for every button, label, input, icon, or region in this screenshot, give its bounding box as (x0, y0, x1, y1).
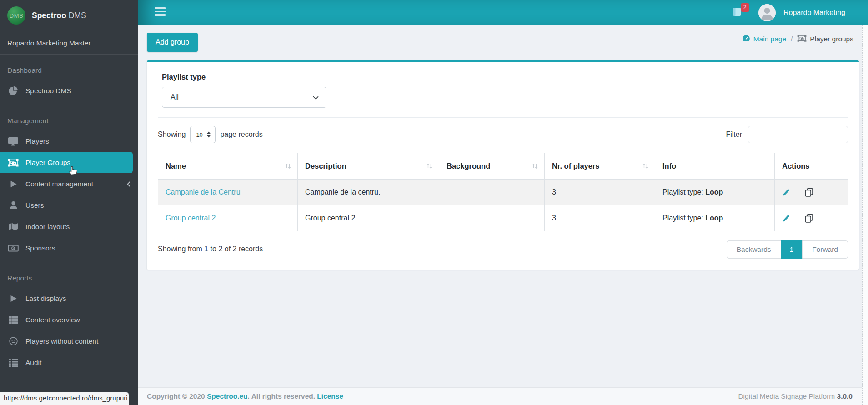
sidebar-item-label: Content management (25, 180, 93, 188)
player-groups-card: Playlist type All Showing 10 page record… (147, 60, 859, 270)
sidebar-item-label: Content overview (25, 316, 80, 324)
sort-icon (642, 163, 649, 171)
sidebar-item-label: Users (25, 201, 44, 210)
clone-icon[interactable] (804, 188, 813, 197)
column-header-nr-of-players[interactable]: Nr. of players (545, 153, 655, 180)
table-header-row: Name Description Background Nr. of playe… (158, 153, 848, 180)
object-group-icon (797, 34, 807, 44)
showing-label: Showing (158, 130, 186, 139)
brand-title-bold: Spectroo (32, 11, 66, 20)
pagination-forward-button[interactable]: Forward (802, 240, 848, 259)
add-group-button[interactable]: Add group (147, 33, 198, 52)
sidebar-item-label: Players without content (25, 337, 98, 345)
workspace-name: Ropardo Marketing Master (0, 31, 138, 55)
scrollbar-track[interactable] (862, 25, 868, 405)
breadcrumb: Main page / Player groups (742, 34, 853, 44)
page-size-value: 10 (196, 131, 202, 138)
group-name-link[interactable]: Group central 2 (166, 214, 216, 222)
column-header-actions: Actions (775, 153, 848, 180)
sidebar-item-player-groups[interactable]: Player Groups (0, 152, 133, 173)
license-link[interactable]: License (317, 392, 343, 400)
money-icon (7, 244, 19, 253)
page-records-label: page records (220, 130, 262, 139)
sidebar-menu: Dashboard Spectroo DMS Management Player… (0, 55, 138, 373)
playlist-type-value: All (171, 93, 179, 101)
column-header-info: Info (655, 153, 775, 180)
brand-logo-icon: DMS (7, 6, 25, 25)
footer-copyright: Copyright © 2020 Spectroo.eu. All rights… (147, 392, 343, 400)
list-icon (7, 358, 19, 367)
edit-pencil-icon[interactable] (782, 188, 790, 196)
playlist-type-label: Playlist type (162, 73, 206, 81)
playlist-type-select[interactable]: All (162, 87, 326, 108)
page-size-select[interactable]: 10 (190, 126, 216, 143)
sort-icon (532, 163, 538, 171)
group-info: Playlist type: Loop (655, 205, 775, 231)
brand-title: Spectroo DMS (32, 11, 86, 20)
page-size-control: Showing 10 page records (158, 125, 263, 144)
notification-badge: 2 (741, 3, 749, 12)
sidebar-item-indoor-layouts[interactable]: Indoor layouts (0, 216, 138, 237)
filter-control: Filter (726, 125, 848, 144)
sidebar-item-players[interactable]: Players (0, 130, 138, 152)
group-name-link[interactable]: Campanie de la Centru (166, 188, 241, 196)
sidebar-item-content-overview[interactable]: Content overview (0, 309, 138, 330)
avatar[interactable] (758, 4, 776, 21)
group-background (439, 180, 545, 205)
clone-icon[interactable] (804, 214, 813, 223)
notifications-icon[interactable]: 2 (732, 6, 743, 19)
breadcrumb-main-page-link[interactable]: Main page (742, 35, 786, 44)
play-icon (7, 294, 19, 303)
spectroo-eu-link[interactable]: Spectroo.eu (207, 392, 248, 400)
spinner-icon (206, 131, 211, 138)
group-info: Playlist type: Loop (655, 180, 775, 205)
pagination-page-1-button[interactable]: 1 (781, 240, 803, 259)
divider (158, 117, 848, 118)
edit-pencil-icon[interactable] (782, 214, 790, 222)
group-player-count: 3 (545, 180, 655, 205)
sidebar-item-sponsors[interactable]: Sponsors (0, 237, 138, 259)
map-icon (7, 222, 19, 231)
sidebar-item-users[interactable]: Users (0, 195, 138, 216)
grid-icon (7, 315, 19, 325)
sidebar-item-label: Indoor layouts (25, 223, 70, 231)
sidebar-item-label: Spectroo DMS (25, 87, 71, 95)
breadcrumb-separator: / (790, 35, 793, 43)
sidebar: DMS Spectroo DMS Ropardo Marketing Maste… (0, 0, 138, 405)
sidebar-item-last-displays[interactable]: Last displays (0, 288, 138, 309)
filter-label: Filter (726, 130, 742, 139)
topbar: 2 Ropardo Marketing (138, 0, 868, 25)
breadcrumb-current-label: Player groups (810, 35, 853, 43)
topbar-right: 2 Ropardo Marketing (732, 0, 845, 25)
frown-icon (7, 336, 19, 346)
sidebar-item-content-management[interactable]: Content management (0, 173, 138, 195)
brand[interactable]: DMS Spectroo DMS (0, 0, 138, 31)
sidebar-item-label: Last displays (25, 295, 66, 303)
group-background (439, 205, 545, 231)
breadcrumb-current: Player groups (797, 34, 853, 44)
sidebar-item-spectroo-dms[interactable]: Spectroo DMS (0, 80, 138, 101)
sidebar-item-label: Player Groups (25, 159, 70, 167)
sidebar-section-management: Management (0, 101, 138, 130)
app-window: DMS Spectroo DMS Ropardo Marketing Maste… (0, 0, 868, 405)
group-description: Group central 2 (298, 205, 439, 231)
sort-icon (426, 163, 433, 171)
table-row: Group central 2 Group central 2 3 Playli… (158, 205, 848, 231)
group-description: Campanie de la centru. (298, 180, 439, 205)
sidebar-item-label: Players (25, 137, 49, 145)
sort-icon (285, 163, 291, 171)
hamburger-icon[interactable] (155, 7, 166, 18)
brand-title-light: DMS (69, 11, 86, 20)
pagination-backwards-button[interactable]: Backwards (727, 240, 781, 259)
desktop-icon (7, 136, 19, 146)
sidebar-item-audit[interactable]: Audit (0, 352, 138, 373)
topbar-user-name[interactable]: Ropardo Marketing (783, 9, 845, 17)
object-group-icon (7, 158, 19, 167)
filter-input[interactable] (748, 126, 848, 143)
sidebar-item-label: Audit (25, 359, 41, 367)
column-header-description[interactable]: Description (298, 153, 439, 180)
sidebar-item-players-without-content[interactable]: Players without content (0, 330, 138, 352)
breadcrumb-main-label: Main page (753, 35, 786, 43)
column-header-name[interactable]: Name (158, 153, 298, 180)
column-header-background[interactable]: Background (439, 153, 545, 180)
